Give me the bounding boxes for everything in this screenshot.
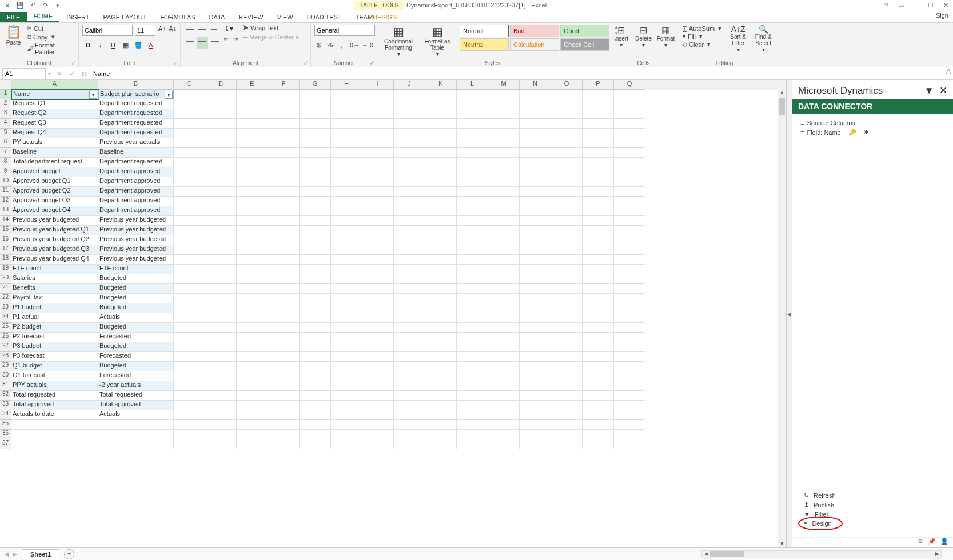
cell-Q16[interactable] bbox=[614, 235, 645, 245]
cell-C26[interactable] bbox=[174, 333, 205, 342]
cell-Q26[interactable] bbox=[614, 333, 645, 342]
cell-N19[interactable] bbox=[520, 265, 551, 274]
cell-L33[interactable] bbox=[457, 401, 488, 410]
orientation-button[interactable]: ⤹▾ bbox=[224, 25, 238, 33]
cell-O20[interactable] bbox=[551, 274, 583, 284]
cell-K27[interactable] bbox=[425, 342, 457, 352]
help-icon[interactable]: ? bbox=[881, 0, 891, 10]
cell-D9[interactable] bbox=[205, 167, 237, 177]
cell-L29[interactable] bbox=[457, 362, 488, 371]
cell-O1[interactable] bbox=[551, 90, 583, 99]
align-top-button[interactable] bbox=[184, 25, 196, 36]
row-header-1[interactable]: 1 bbox=[0, 90, 11, 99]
cut-button[interactable]: ✂Cut bbox=[27, 25, 75, 32]
col-header-G[interactable]: G bbox=[300, 80, 331, 90]
cell-E30[interactable] bbox=[237, 371, 268, 381]
ribbon-display-icon[interactable]: ▭ bbox=[896, 0, 906, 10]
cell-G11[interactable] bbox=[300, 187, 331, 197]
col-header-A[interactable]: A bbox=[11, 80, 98, 90]
cell-I34[interactable] bbox=[362, 410, 394, 420]
row-header-25[interactable]: 25 bbox=[0, 323, 11, 333]
decrease-indent-button[interactable]: ⇤ bbox=[224, 35, 230, 43]
cell-F7[interactable] bbox=[268, 148, 300, 158]
cell-I14[interactable] bbox=[362, 216, 394, 226]
cell-Q32[interactable] bbox=[614, 391, 645, 401]
cell-N21[interactable] bbox=[520, 284, 551, 294]
cell-P1[interactable] bbox=[583, 90, 614, 99]
cell-E4[interactable] bbox=[237, 119, 268, 129]
cell-G25[interactable] bbox=[300, 323, 331, 333]
enter-formula-icon[interactable]: ✓ bbox=[66, 70, 78, 78]
cell-M3[interactable] bbox=[488, 109, 520, 119]
cell-H10[interactable] bbox=[331, 177, 362, 187]
cell-O35[interactable] bbox=[551, 420, 583, 430]
cell-E10[interactable] bbox=[237, 177, 268, 187]
cell-I6[interactable] bbox=[362, 138, 394, 148]
cell-J18[interactable] bbox=[394, 255, 425, 265]
decrease-decimal-button[interactable]: ←.0 bbox=[362, 39, 373, 51]
cell-H22[interactable] bbox=[331, 294, 362, 303]
cell-G34[interactable] bbox=[300, 410, 331, 420]
delete-cells-button[interactable]: ⊟Delete▾ bbox=[634, 25, 653, 48]
cell-D10[interactable] bbox=[205, 177, 237, 187]
cell-E35[interactable] bbox=[237, 420, 268, 430]
cell-A4[interactable]: Request Q3 bbox=[11, 119, 98, 129]
cell-B5[interactable]: Department requested bbox=[98, 129, 174, 138]
cell-C28[interactable] bbox=[174, 352, 205, 362]
cell-B33[interactable]: Total approved bbox=[98, 401, 174, 410]
cell-K14[interactable] bbox=[425, 216, 457, 226]
cell-D33[interactable] bbox=[205, 401, 237, 410]
cell-E2[interactable] bbox=[237, 99, 268, 109]
cell-B32[interactable]: Total requested bbox=[98, 391, 174, 401]
style-normal[interactable]: Normal bbox=[460, 25, 509, 37]
cell-H3[interactable] bbox=[331, 109, 362, 119]
cell-L32[interactable] bbox=[457, 391, 488, 401]
row-header-13[interactable]: 13 bbox=[0, 206, 11, 216]
cell-M6[interactable] bbox=[488, 138, 520, 148]
cell-G9[interactable] bbox=[300, 167, 331, 177]
cell-L3[interactable] bbox=[457, 109, 488, 119]
cell-I25[interactable] bbox=[362, 323, 394, 333]
cell-G7[interactable] bbox=[300, 148, 331, 158]
cell-L23[interactable] bbox=[457, 303, 488, 313]
cell-Q33[interactable] bbox=[614, 401, 645, 410]
cell-E1[interactable] bbox=[237, 90, 268, 99]
cell-K18[interactable] bbox=[425, 255, 457, 265]
cell-I12[interactable] bbox=[362, 197, 394, 206]
cell-B26[interactable]: Forecasted bbox=[98, 333, 174, 342]
cell-D20[interactable] bbox=[205, 274, 237, 284]
cell-K26[interactable] bbox=[425, 333, 457, 342]
cell-C12[interactable] bbox=[174, 197, 205, 206]
cell-M1[interactable] bbox=[488, 90, 520, 99]
cell-G20[interactable] bbox=[300, 274, 331, 284]
cell-M8[interactable] bbox=[488, 158, 520, 167]
cell-C8[interactable] bbox=[174, 158, 205, 167]
style-calculation[interactable]: Calculation bbox=[510, 38, 559, 51]
cell-G12[interactable] bbox=[300, 197, 331, 206]
cell-D24[interactable] bbox=[205, 313, 237, 323]
cell-K8[interactable] bbox=[425, 158, 457, 167]
row-header-18[interactable]: 18 bbox=[0, 255, 11, 265]
cell-N9[interactable] bbox=[520, 167, 551, 177]
cell-D18[interactable] bbox=[205, 255, 237, 265]
cell-L26[interactable] bbox=[457, 333, 488, 342]
cell-E5[interactable] bbox=[237, 129, 268, 138]
cell-B36[interactable] bbox=[98, 430, 174, 439]
cell-O6[interactable] bbox=[551, 138, 583, 148]
align-center-button[interactable] bbox=[197, 37, 208, 49]
cell-H21[interactable] bbox=[331, 284, 362, 294]
cell-P27[interactable] bbox=[583, 342, 614, 352]
align-right-button[interactable] bbox=[209, 37, 221, 49]
cell-B24[interactable]: Actuals bbox=[98, 313, 174, 323]
cell-F35[interactable] bbox=[268, 420, 300, 430]
style-bad[interactable]: Bad bbox=[510, 25, 559, 37]
cell-H19[interactable] bbox=[331, 265, 362, 274]
cell-N14[interactable] bbox=[520, 216, 551, 226]
cell-G35[interactable] bbox=[300, 420, 331, 430]
cell-K4[interactable] bbox=[425, 119, 457, 129]
cell-D35[interactable] bbox=[205, 420, 237, 430]
copy-button[interactable]: ⧉Copy ▾ bbox=[27, 33, 75, 41]
cell-I31[interactable] bbox=[362, 381, 394, 391]
cell-P11[interactable] bbox=[583, 187, 614, 197]
cell-O3[interactable] bbox=[551, 109, 583, 119]
